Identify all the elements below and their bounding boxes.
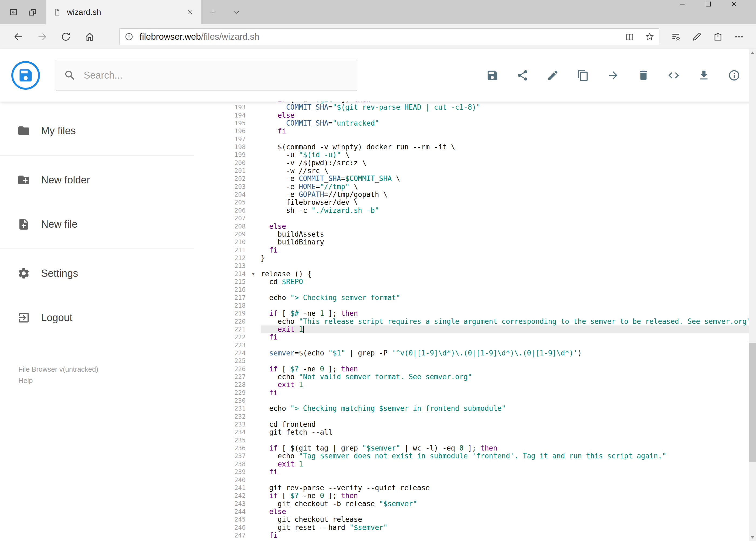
- code-line-body[interactable]: [261, 135, 756, 143]
- delete-button[interactable]: [637, 69, 650, 82]
- code-line-body[interactable]: [261, 341, 756, 349]
- code-line-body[interactable]: exit 1: [261, 460, 756, 468]
- code-line-body[interactable]: buildBinary: [261, 238, 756, 246]
- code-line-body[interactable]: [261, 413, 756, 420]
- code-line-body[interactable]: [261, 397, 756, 405]
- save-button[interactable]: [486, 69, 499, 82]
- tab-close-icon[interactable]: [186, 8, 194, 16]
- note-add-icon: [17, 218, 30, 231]
- scroll-down-arrow-icon[interactable]: [751, 536, 754, 539]
- code-line-body[interactable]: }: [261, 254, 756, 262]
- star-button[interactable]: [645, 32, 654, 41]
- code-line-body[interactable]: else: [261, 508, 756, 516]
- sidebar-item-new-file[interactable]: New file: [0, 202, 200, 246]
- download-button[interactable]: [698, 69, 710, 82]
- sidebar-item-logout[interactable]: Logout: [0, 295, 200, 340]
- code-line-body[interactable]: [261, 286, 756, 293]
- code-line-body[interactable]: echo "Not valid semver format. See semve…: [261, 373, 756, 381]
- code-line-body[interactable]: git reset --hard "$semver": [261, 524, 756, 532]
- code-line-body[interactable]: cd frontend: [261, 420, 756, 428]
- sidebar-item-new-folder[interactable]: New folder: [0, 158, 200, 202]
- code-line-body[interactable]: fi: [261, 333, 756, 341]
- minimize-window-button[interactable]: [678, 0, 704, 24]
- code-line-body[interactable]: [261, 357, 756, 365]
- code-line-body[interactable]: fi: [261, 246, 756, 254]
- code-line-body[interactable]: release () {: [261, 270, 756, 278]
- code-line-body[interactable]: else: [261, 223, 756, 231]
- dots-button[interactable]: [728, 26, 750, 47]
- share-arrow-button[interactable]: [707, 26, 728, 47]
- help-link[interactable]: Help: [18, 375, 200, 386]
- code-line-body[interactable]: -e COMMIT_SHA=$COMMIT_SHA \: [261, 175, 756, 183]
- set-tabs-aside-button[interactable]: [9, 8, 18, 17]
- copy-button[interactable]: [577, 69, 589, 82]
- reading-view-button[interactable]: [625, 32, 634, 41]
- code-line-body[interactable]: sh -c "./wizard.sh -b": [261, 207, 756, 215]
- url-field[interactable]: filebrowser.web/files/wizard.sh: [119, 28, 659, 45]
- search-input[interactable]: Search...: [56, 60, 357, 91]
- code-line-body[interactable]: buildAssets: [261, 231, 756, 238]
- code-line-body[interactable]: fi: [261, 468, 756, 476]
- code-line-body[interactable]: -e HOME="//tmp" \: [261, 183, 756, 191]
- site-info-icon[interactable]: [125, 32, 133, 41]
- hub-button[interactable]: [665, 26, 686, 47]
- code-line-body[interactable]: git rev-parse --verify --quiet release: [261, 484, 756, 492]
- tab-wizard-sh[interactable]: wizard.sh: [46, 0, 201, 24]
- share-button[interactable]: [516, 69, 529, 82]
- maximize-window-button[interactable]: [704, 0, 730, 24]
- code-line-body[interactable]: cd $REPO: [261, 278, 756, 286]
- code-line-body[interactable]: semver=$(echo "$1" | grep -P '^v(0|[1-9]…: [261, 349, 756, 357]
- sidebar-item-settings[interactable]: Settings: [0, 251, 200, 295]
- scrollbar-track[interactable]: [749, 56, 756, 534]
- code-line-body[interactable]: -u "$(id -u)" \: [261, 151, 756, 159]
- code-line-body[interactable]: echo "This release script requires a sin…: [261, 317, 756, 325]
- code-line-body[interactable]: git checkout -b release "$semver": [261, 500, 756, 508]
- code-line-body[interactable]: fi: [261, 532, 756, 539]
- code-line-body[interactable]: [261, 476, 756, 484]
- tabs-preview-button[interactable]: [28, 8, 37, 17]
- code-line-body[interactable]: if [ $(git tag | grep "$semver" | wc -l)…: [261, 444, 756, 452]
- code-line-body[interactable]: [261, 436, 756, 444]
- page-scrollbar[interactable]: [749, 49, 756, 541]
- code-line-body[interactable]: COMMIT_SHA="untracked": [261, 119, 756, 127]
- scrollbar-thumb[interactable]: [749, 343, 756, 462]
- code-line-body[interactable]: exit 1: [261, 381, 756, 389]
- code-line-body[interactable]: if [ $? -ne 0 ]; then: [261, 492, 756, 500]
- info-button[interactable]: [728, 69, 740, 82]
- code-line-body[interactable]: if [ $# -ne 1 ]; then: [261, 309, 756, 317]
- move-button[interactable]: [607, 69, 620, 82]
- code-line-body[interactable]: -w //src \: [261, 167, 756, 175]
- code-line-body[interactable]: echo "> Checking semver format": [261, 294, 756, 302]
- code-line-body[interactable]: [261, 302, 756, 309]
- code-editor[interactable]: 192 if [ -d ".git" ]; then193 COMMIT_SHA…: [200, 102, 756, 541]
- new-tab-button[interactable]: [201, 0, 225, 24]
- close-window-button[interactable]: [730, 0, 756, 24]
- code-line-body[interactable]: echo "Tag $semver does not exist in subm…: [261, 452, 756, 460]
- code-line-body[interactable]: else: [261, 112, 756, 119]
- code-line-body[interactable]: [261, 215, 756, 222]
- code-line-body[interactable]: fi: [261, 389, 756, 397]
- tab-preview-toggle-button[interactable]: [225, 0, 249, 24]
- code-line-body[interactable]: -e GOPATH=//tmp/gopath \: [261, 191, 756, 199]
- pen-button[interactable]: [686, 26, 707, 47]
- code-line-body[interactable]: fi: [261, 127, 756, 135]
- edit-button[interactable]: [547, 69, 559, 82]
- code-line-body[interactable]: -v /$(pwd):/src:z \: [261, 159, 756, 167]
- sidebar-item-my-files[interactable]: My files: [0, 109, 200, 153]
- arrow-forward-button[interactable]: [30, 26, 54, 47]
- code-line-body[interactable]: COMMIT_SHA="$(git rev-parse HEAD | cut -…: [261, 104, 756, 111]
- code-line-body[interactable]: [261, 262, 756, 270]
- refresh-button[interactable]: [54, 26, 78, 47]
- fold-arrow-icon[interactable]: ▾: [246, 270, 261, 278]
- code-line-body[interactable]: echo "> Checking matching $semver in fro…: [261, 405, 756, 412]
- code-line-body[interactable]: if [ $? -ne 0 ]; then: [261, 365, 756, 373]
- scroll-up-arrow-icon[interactable]: [751, 52, 754, 54]
- home-button[interactable]: [78, 26, 102, 47]
- code-line-body[interactable]: filebrowser/dev \: [261, 199, 756, 206]
- code-line-body[interactable]: git fetch --all: [261, 428, 756, 436]
- code-line-body[interactable]: $(command -v winpty) docker run --rm -it…: [261, 143, 756, 151]
- code-line-body[interactable]: git checkout release: [261, 516, 756, 523]
- arrow-back-button[interactable]: [6, 26, 30, 47]
- code-button[interactable]: [667, 69, 680, 82]
- code-line-body[interactable]: exit 1: [261, 325, 756, 333]
